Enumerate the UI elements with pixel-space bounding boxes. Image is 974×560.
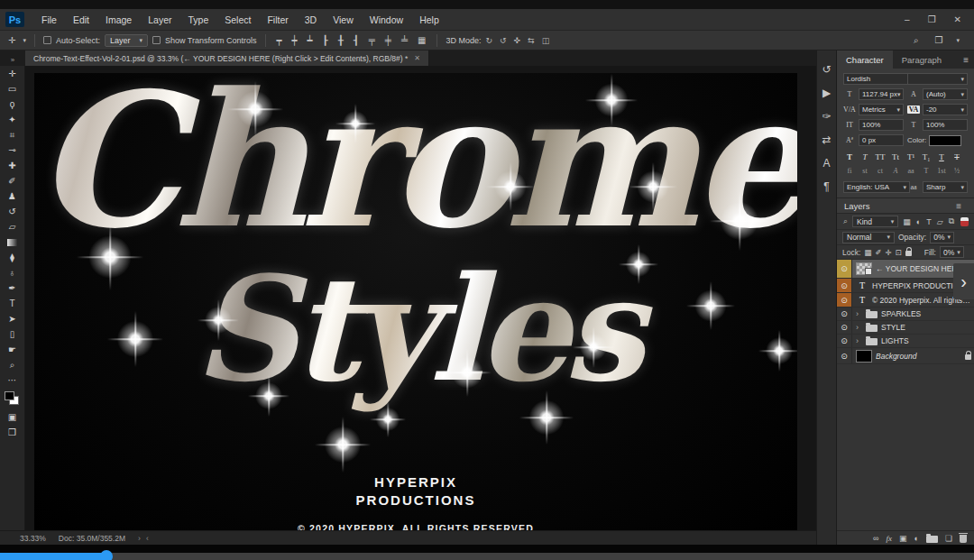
clone-stamp-tool[interactable]: ♟ xyxy=(0,188,24,204)
3d-roll-icon[interactable]: ↺ xyxy=(500,36,507,45)
distribute-vertical-centers-icon[interactable]: ╪ xyxy=(382,35,394,45)
lock-all-icon[interactable] xyxy=(905,251,912,256)
character-styles-panel-button[interactable]: A xyxy=(817,151,836,175)
auto-select-checkbox[interactable] xyxy=(43,36,51,44)
menu-image[interactable]: Image xyxy=(97,14,140,25)
eyedropper-tool[interactable]: ⊸ xyxy=(0,142,24,158)
blur-tool[interactable]: ⧫ xyxy=(0,250,24,265)
fractions-button[interactable]: ½ xyxy=(951,165,963,177)
next-overlay-button[interactable]: › xyxy=(953,263,974,299)
brushes-panel-button[interactable]: ✑ xyxy=(817,105,836,128)
layer-row-style-group[interactable]: ⊙ › STYLE xyxy=(837,321,974,335)
swash-button[interactable]: A xyxy=(889,165,902,177)
font-size-field[interactable]: 1127.94 px ▾ xyxy=(859,88,904,100)
leading-field[interactable]: (Auto) ▾ xyxy=(923,88,968,100)
healing-brush-tool[interactable]: ✚ xyxy=(0,158,24,173)
lock-position-icon[interactable]: ✛ xyxy=(885,248,891,257)
status-next-icon[interactable]: › xyxy=(138,534,141,543)
chevron-down-icon[interactable]: ▾ xyxy=(956,37,960,44)
foreground-color-swatch[interactable] xyxy=(5,391,14,400)
visibility-toggle[interactable]: ⊙ xyxy=(837,308,852,320)
document-canvas[interactable]: Chrome Styles HYPERPIX PRODUCTIONS © 202… xyxy=(34,73,797,530)
add-mask-icon[interactable]: ▣ xyxy=(899,534,907,543)
visibility-toggle[interactable]: ⊙ xyxy=(837,293,852,307)
visibility-toggle[interactable]: ⊙ xyxy=(837,321,852,334)
faux-italic-button[interactable]: T xyxy=(859,151,871,162)
stylistic-alternates-button[interactable]: aa xyxy=(905,165,917,177)
search-icon[interactable]: ⌕ xyxy=(911,35,922,46)
tracking-field[interactable]: -20 ▾ xyxy=(923,104,968,115)
align-vertical-centers-icon[interactable]: ┿ xyxy=(289,35,300,45)
dodge-tool[interactable]: ♁ xyxy=(0,265,24,280)
group-disclosure-icon[interactable]: › xyxy=(856,309,862,318)
history-panel-button[interactable]: ↺ xyxy=(817,58,836,81)
lock-artboard-icon[interactable]: ⊡ xyxy=(896,248,902,257)
edit-toolbar-button[interactable]: ⋯ xyxy=(0,372,24,388)
antialias-dropdown[interactable]: Sharp ▾ xyxy=(923,181,968,193)
text-color-swatch[interactable] xyxy=(929,135,961,146)
menu-layer[interactable]: Layer xyxy=(140,14,179,25)
language-dropdown[interactable]: English: USA ▾ xyxy=(843,181,910,193)
horizontal-scale-field[interactable]: 100% xyxy=(923,119,968,131)
opacity-field[interactable]: 0% ▾ xyxy=(930,232,954,243)
tab-character[interactable]: Character xyxy=(837,50,893,69)
quick-mask-button[interactable]: ▣ xyxy=(0,409,24,425)
auto-select-target-dropdown[interactable]: Layer ▾ xyxy=(105,34,148,47)
workspace-switcher-icon[interactable]: ❐ xyxy=(933,35,946,45)
move-tool-indicator-icon[interactable]: ✛ xyxy=(5,35,18,45)
screen-mode-button[interactable]: ❐ xyxy=(0,425,24,440)
align-bottom-edges-icon[interactable]: ┷ xyxy=(305,35,316,45)
layer-row-sparkles-group[interactable]: ⊙ › SPARKLES xyxy=(837,308,974,321)
layer-comps-panel-button[interactable]: ⇄ xyxy=(817,128,836,151)
new-layer-icon[interactable]: ❏ xyxy=(945,534,952,543)
filter-pixel-layers-icon[interactable]: ▦ xyxy=(902,217,912,226)
background-thumbnail[interactable] xyxy=(856,350,872,363)
fill-field[interactable]: 0% ▾ xyxy=(940,246,964,258)
3d-orbit-icon[interactable]: ↻ xyxy=(485,36,492,45)
restore-button[interactable]: ❐ xyxy=(928,14,936,24)
layers-panel-menu-icon[interactable]: ≡ xyxy=(956,201,967,211)
panel-menu-icon[interactable]: ≡ xyxy=(963,50,974,69)
close-button[interactable]: ✕ xyxy=(954,14,961,24)
filter-smart-objects-icon[interactable]: ⧉ xyxy=(948,216,955,226)
video-progress-bar[interactable] xyxy=(0,553,974,560)
menu-select[interactable]: Select xyxy=(216,14,259,25)
underline-button[interactable]: T xyxy=(935,151,948,162)
all-caps-button[interactable]: TT xyxy=(874,151,887,162)
contextual-alternates-button[interactable]: st xyxy=(859,165,871,177)
vertical-scale-field[interactable]: 100% xyxy=(859,119,904,131)
tab-close-icon[interactable]: ✕ xyxy=(414,54,420,62)
discretionary-ligatures-button[interactable]: ct xyxy=(874,165,887,177)
group-disclosure-icon[interactable]: › xyxy=(856,323,862,332)
minimize-button[interactable]: – xyxy=(905,14,910,24)
strikethrough-button[interactable]: T xyxy=(951,151,963,162)
history-brush-tool[interactable]: ↺ xyxy=(0,204,24,219)
gradient-tool[interactable] xyxy=(0,234,24,250)
font-style-dropdown[interactable]: ▾ xyxy=(907,73,968,85)
align-top-edges-icon[interactable]: ┯ xyxy=(274,35,285,45)
pen-tool[interactable]: ✒ xyxy=(0,280,24,296)
menu-help[interactable]: Help xyxy=(411,14,447,25)
menu-view[interactable]: View xyxy=(325,14,362,25)
menu-type[interactable]: Type xyxy=(179,14,216,25)
zoom-tool[interactable]: ⌕ xyxy=(0,357,24,372)
background-lock-icon[interactable] xyxy=(965,354,971,360)
menu-edit[interactable]: Edit xyxy=(65,14,97,25)
align-distribute-grid-icon[interactable]: ▦ xyxy=(415,35,428,45)
quick-selection-tool[interactable]: ✦ xyxy=(0,112,24,127)
titling-alternates-button[interactable]: T xyxy=(920,165,933,177)
align-left-edges-icon[interactable]: ┠ xyxy=(320,35,331,45)
new-group-icon[interactable] xyxy=(926,536,938,543)
tab-paragraph[interactable]: Paragraph xyxy=(893,50,951,69)
3d-camera-icon[interactable]: ◫ xyxy=(542,36,550,45)
lock-transparent-pixels-icon[interactable]: ▦ xyxy=(864,248,871,257)
layer-row-background[interactable]: ⊙ Background xyxy=(837,348,974,364)
distribute-bottom-icon[interactable]: ╧ xyxy=(399,35,410,45)
align-right-edges-icon[interactable]: ┨ xyxy=(351,35,362,45)
status-prev-icon[interactable]: ‹ xyxy=(146,534,149,543)
3d-pan-icon[interactable]: ✜ xyxy=(514,36,521,45)
align-horizontal-centers-icon[interactable]: ╂ xyxy=(335,35,346,45)
hand-tool[interactable]: ☛ xyxy=(0,342,24,357)
filter-adjustment-layers-icon[interactable]: ◐ xyxy=(915,217,922,226)
filter-shape-layers-icon[interactable]: ▱ xyxy=(936,217,944,226)
